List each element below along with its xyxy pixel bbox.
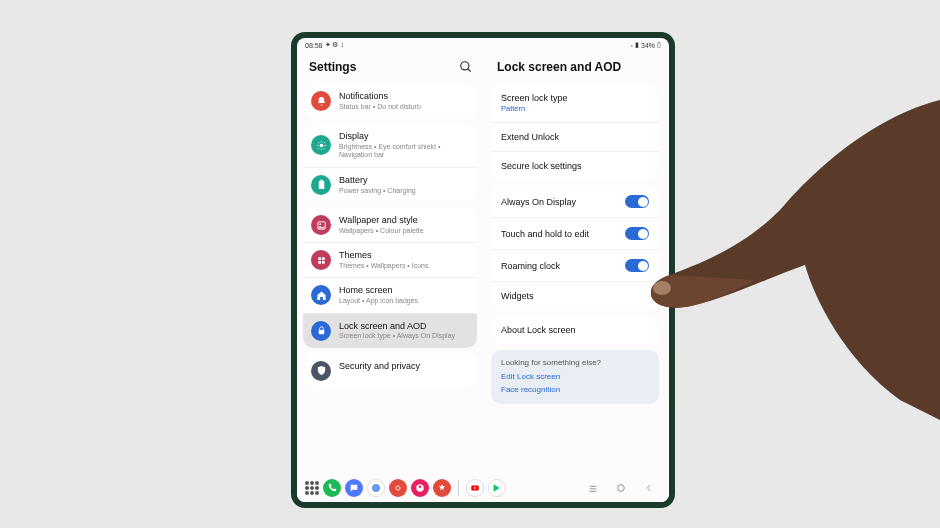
settings-item-display[interactable]: Display Brightness • Eye comfort shield … xyxy=(303,124,477,167)
row-title: Screen lock type xyxy=(501,93,568,103)
recents-button[interactable] xyxy=(581,483,605,493)
chrome-app-icon[interactable] xyxy=(367,479,385,497)
svg-point-2 xyxy=(319,144,323,148)
extend-unlock-row[interactable]: Extend Unlock xyxy=(491,122,659,151)
settings-item-security[interactable]: Security and privacy xyxy=(303,354,477,388)
widgets-row[interactable]: Widgets xyxy=(491,281,659,310)
settings-item-wallpaper[interactable]: Wallpaper and style Wallpapers • Colour … xyxy=(303,208,477,242)
suggestions-card: Looking for something else? Edit Lock sc… xyxy=(491,350,659,404)
shield-icon xyxy=(311,361,331,381)
settings-master-pane: Settings Notifications xyxy=(297,52,483,474)
suggestions-title: Looking for something else? xyxy=(501,358,649,367)
taskbar-divider xyxy=(458,481,459,495)
svg-line-9 xyxy=(318,148,319,149)
svg-rect-15 xyxy=(318,257,321,260)
palette-icon xyxy=(311,250,331,270)
device-frame: 08:58 ✦ ⚙ ↕ ◦ ▮ 34% ▯ Settings xyxy=(291,32,675,508)
screen: 08:58 ✦ ⚙ ↕ ◦ ▮ 34% ▯ Settings xyxy=(297,38,669,502)
settings-item-notifications[interactable]: Notifications Status bar • Do not distur… xyxy=(303,84,477,118)
roaming-clock-row[interactable]: Roaming clock xyxy=(491,249,659,281)
svg-rect-11 xyxy=(318,181,324,189)
svg-point-14 xyxy=(319,223,321,225)
row-title: Display xyxy=(339,131,469,142)
svg-line-10 xyxy=(323,142,324,143)
row-subtitle: Status bar • Do not disturb xyxy=(339,103,469,111)
row-title: Notifications xyxy=(339,91,469,102)
hand-overlay xyxy=(640,100,940,420)
row-title: Secure lock settings xyxy=(501,161,582,171)
row-value: Pattern xyxy=(501,104,568,113)
status-time: 08:58 xyxy=(305,42,323,49)
row-subtitle: Brightness • Eye comfort shield • Naviga… xyxy=(339,143,469,160)
row-subtitle: Layout • App icon badges xyxy=(339,297,469,305)
row-title: Always On Display xyxy=(501,197,576,207)
screen-lock-type-row[interactable]: Screen lock type Pattern xyxy=(491,84,659,122)
svg-line-1 xyxy=(468,69,471,72)
home-button[interactable] xyxy=(609,483,633,493)
gallery-app-icon[interactable] xyxy=(411,479,429,497)
row-title: About Lock screen xyxy=(501,325,576,335)
phone-app-icon[interactable] xyxy=(323,479,341,497)
svg-rect-12 xyxy=(320,180,322,181)
row-title: Roaming clock xyxy=(501,261,560,271)
row-subtitle: Power saving • Charging xyxy=(339,187,469,195)
settings-item-themes[interactable]: Themes Themes • Wallpapers • Icons xyxy=(303,242,477,277)
home-icon xyxy=(311,285,331,305)
battery-icon xyxy=(311,175,331,195)
row-title: Widgets xyxy=(501,291,534,301)
svg-rect-16 xyxy=(321,257,324,260)
secure-lock-settings-row[interactable]: Secure lock settings xyxy=(491,151,659,180)
roaming-clock-toggle[interactable] xyxy=(625,259,649,272)
messages-app-icon[interactable] xyxy=(345,479,363,497)
settings-title: Settings xyxy=(309,60,356,74)
sun-icon xyxy=(311,135,331,155)
face-recognition-link[interactable]: Face recognition xyxy=(501,385,649,394)
row-title: Touch and hold to edit xyxy=(501,229,589,239)
settings-item-lock-screen[interactable]: Lock screen and AOD Screen lock type • A… xyxy=(303,313,477,348)
playstore-app-icon[interactable] xyxy=(488,479,506,497)
svg-point-23 xyxy=(396,486,400,490)
svg-line-7 xyxy=(318,142,319,143)
settings-item-battery[interactable]: Battery Power saving • Charging xyxy=(303,167,477,202)
always-on-display-toggle[interactable] xyxy=(625,195,649,208)
touch-hold-edit-row[interactable]: Touch and hold to edit xyxy=(491,217,659,249)
row-title: Wallpaper and style xyxy=(339,215,469,226)
back-button[interactable] xyxy=(637,483,661,493)
taskbar xyxy=(297,474,669,502)
row-subtitle xyxy=(339,373,469,381)
picture-icon xyxy=(311,215,331,235)
about-lock-screen-row[interactable]: About Lock screen xyxy=(491,316,659,344)
row-title: Home screen xyxy=(339,285,469,296)
svg-line-8 xyxy=(323,148,324,149)
app-drawer-button[interactable] xyxy=(305,481,319,495)
signal-icon: ▮ xyxy=(635,41,639,49)
row-subtitle: Wallpapers • Colour palette xyxy=(339,227,469,235)
battery-percent: 34% xyxy=(641,42,655,49)
svg-rect-17 xyxy=(318,261,321,264)
always-on-display-row[interactable]: Always On Display xyxy=(491,186,659,217)
wifi-icon: ◦ xyxy=(631,42,633,49)
search-icon xyxy=(459,60,473,74)
lock-icon xyxy=(311,321,331,341)
status-icons-left: ✦ ⚙ ↕ xyxy=(325,41,344,49)
row-subtitle: Themes • Wallpapers • Icons xyxy=(339,262,469,270)
edit-lock-screen-link[interactable]: Edit Lock screen xyxy=(501,372,649,381)
bell-icon xyxy=(311,91,331,111)
svg-point-22 xyxy=(375,487,378,490)
svg-point-28 xyxy=(618,485,625,492)
search-button[interactable] xyxy=(459,60,473,74)
row-title: Themes xyxy=(339,250,469,261)
svg-rect-18 xyxy=(321,261,324,264)
settings-item-home-screen[interactable]: Home screen Layout • App icon badges xyxy=(303,277,477,312)
app-icon[interactable] xyxy=(433,479,451,497)
svg-rect-19 xyxy=(318,330,324,334)
row-title: Extend Unlock xyxy=(501,132,559,142)
svg-point-0 xyxy=(461,62,469,70)
battery-icon: ▯ xyxy=(657,41,661,49)
youtube-app-icon[interactable] xyxy=(466,479,484,497)
row-title: Lock screen and AOD xyxy=(339,321,469,332)
row-subtitle: Screen lock type • Always On Display xyxy=(339,332,469,340)
touch-hold-edit-toggle[interactable] xyxy=(625,227,649,240)
row-title: Security and privacy xyxy=(339,361,469,372)
camera-app-icon[interactable] xyxy=(389,479,407,497)
